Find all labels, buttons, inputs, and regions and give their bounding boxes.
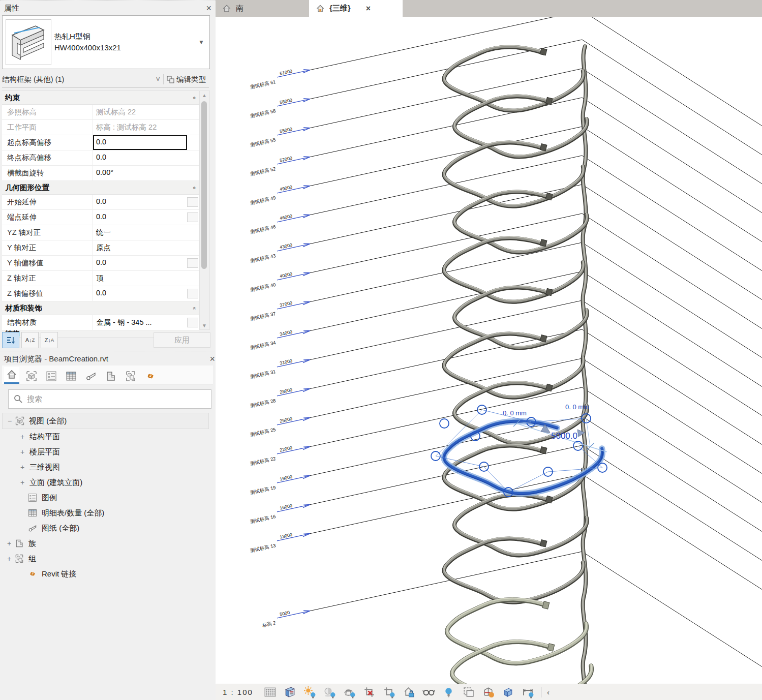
level[interactable]: 19000测试标高 19 bbox=[250, 416, 762, 532]
temporary-hide-isolate-button[interactable] bbox=[422, 686, 436, 699]
steel-beam-loops[interactable] bbox=[444, 46, 587, 602]
properties-close-icon[interactable]: × bbox=[206, 4, 211, 13]
minus-expander-icon[interactable]: − bbox=[6, 417, 14, 425]
associate-parameter-checkbox[interactable] bbox=[187, 258, 198, 268]
tree-item[interactable]: 明细表/数量 (全部) bbox=[2, 505, 209, 521]
sort-default-button[interactable] bbox=[2, 332, 19, 348]
scrollbar-thumb[interactable] bbox=[201, 101, 207, 269]
edit-type-button[interactable]: 编辑类型 bbox=[167, 75, 209, 84]
close-tab-icon[interactable]: × bbox=[366, 4, 371, 13]
crop-view-button[interactable] bbox=[363, 686, 376, 699]
associate-parameter-checkbox[interactable] bbox=[187, 289, 198, 298]
properties-scrollbar[interactable]: ▲ ▼ bbox=[199, 90, 210, 330]
property-value[interactable]: 顶 bbox=[93, 271, 187, 286]
tree-item[interactable]: +三维视图 bbox=[2, 460, 209, 475]
browser-tab-sheets[interactable] bbox=[83, 369, 99, 384]
displacement-sets-button[interactable] bbox=[502, 686, 515, 699]
tree-item[interactable]: +楼层平面 bbox=[2, 444, 209, 460]
tree-item[interactable]: Revit 链接 bbox=[2, 566, 209, 582]
level[interactable]: 5000标高 2 bbox=[261, 552, 762, 667]
filter-dropdown-icon[interactable]: ˅ bbox=[156, 75, 160, 83]
browser-tab-groups[interactable] bbox=[123, 369, 138, 384]
collapse-section-icon[interactable]: « bbox=[192, 96, 198, 99]
drawing-area[interactable]: 61000测试标高 6158000测试标高 5855000测试标高 555200… bbox=[216, 17, 762, 684]
section-header[interactable]: 材质和装饰« bbox=[2, 301, 199, 315]
property-value[interactable]: 0.00° bbox=[93, 166, 187, 180]
property-value[interactable]: 金属 - 钢 - 345 ... bbox=[93, 315, 186, 330]
reveal-hidden-button[interactable] bbox=[442, 686, 455, 699]
property-value[interactable]: 统一 bbox=[93, 225, 187, 240]
type-selector[interactable]: 热轧H型钢 HW400x400x13x21 ▼ bbox=[2, 15, 210, 69]
view-tab[interactable]: {三维}× bbox=[309, 0, 403, 17]
section-header[interactable]: 几何图形位置« bbox=[2, 181, 199, 195]
associate-parameter-checkbox[interactable] bbox=[187, 212, 198, 222]
collapse-bar-icon[interactable]: ‹ bbox=[541, 687, 555, 697]
sort-descending-button[interactable]: Z↓A bbox=[41, 332, 58, 348]
reveal-constraints-button[interactable] bbox=[522, 686, 535, 699]
sort-ascending-button[interactable]: A↓Z bbox=[21, 332, 39, 348]
browser-tab-legends[interactable] bbox=[44, 369, 59, 384]
plus-expander-icon[interactable]: + bbox=[5, 555, 13, 563]
offset-dimension-right[interactable]: 0. 0 mm bbox=[565, 403, 589, 411]
collapse-section-icon[interactable]: « bbox=[192, 307, 198, 310]
property-value[interactable]: 0.0 bbox=[93, 256, 186, 270]
tree-item[interactable]: +族 bbox=[2, 536, 209, 551]
spline-control-point[interactable] bbox=[440, 419, 449, 428]
scroll-down-icon[interactable]: ▼ bbox=[202, 323, 207, 328]
property-value[interactable]: 标高 : 测试标高 22 bbox=[93, 120, 187, 135]
property-value[interactable]: 原点 bbox=[93, 240, 187, 255]
browser-tab-views[interactable] bbox=[24, 369, 39, 384]
property-value[interactable]: 0.0 bbox=[93, 195, 186, 209]
views-icon bbox=[25, 370, 38, 382]
level[interactable]: 40000测试标高 40 bbox=[250, 214, 762, 329]
property-value[interactable]: 0.0 bbox=[93, 286, 186, 301]
level[interactable]: 55000测试标高 55 bbox=[250, 69, 762, 184]
view-tab[interactable]: 南 bbox=[216, 0, 309, 17]
tree-item[interactable]: 图例 bbox=[2, 490, 209, 505]
search-box[interactable]: 搜索 bbox=[8, 389, 211, 409]
sun-path-button[interactable] bbox=[303, 686, 317, 699]
property-value[interactable]: 0.0 bbox=[93, 135, 187, 150]
detail-level-button[interactable] bbox=[264, 686, 277, 699]
length-dimension[interactable]: 5000.0 bbox=[551, 431, 577, 441]
property-value[interactable]: 测试标高 22 bbox=[93, 105, 187, 119]
visual-style-button[interactable] bbox=[284, 686, 297, 699]
shadows-button[interactable] bbox=[323, 686, 337, 699]
section-header[interactable]: 约束« bbox=[2, 91, 199, 105]
associate-parameter-checkbox[interactable] bbox=[187, 197, 198, 207]
bottom-beam-group[interactable] bbox=[447, 598, 591, 684]
tree-item[interactable]: +组 bbox=[2, 551, 209, 566]
collapse-section-icon[interactable]: « bbox=[192, 186, 198, 189]
tree-item[interactable]: +结构平面 bbox=[2, 429, 209, 444]
plus-expander-icon[interactable]: + bbox=[18, 478, 26, 486]
level[interactable]: 16000测试标高 16 bbox=[250, 445, 762, 561]
show-crop-region-button[interactable] bbox=[383, 686, 396, 699]
scroll-up-icon[interactable]: ▲ bbox=[202, 93, 207, 98]
offset-dimension-left[interactable]: 0. 0 mm bbox=[503, 409, 527, 417]
browser-tab-home[interactable] bbox=[4, 367, 19, 384]
apply-button[interactable]: 应用 bbox=[154, 332, 210, 348]
property-value[interactable]: 0.0 bbox=[93, 210, 186, 225]
level[interactable]: 46000测试标高 46 bbox=[250, 156, 762, 271]
type-selector-dropdown-icon[interactable]: ▼ bbox=[198, 39, 209, 46]
project-browser-close-icon[interactable]: × bbox=[209, 354, 215, 363]
view-scale-button[interactable]: 1 : 100 bbox=[223, 688, 253, 696]
tree-item-label: 立面 (建筑立面) bbox=[29, 478, 82, 488]
level[interactable]: 43000测试标高 43 bbox=[250, 185, 762, 300]
temporary-view-properties-button[interactable] bbox=[462, 686, 475, 699]
property-value[interactable]: 0.0 bbox=[93, 150, 187, 165]
analytical-model-button[interactable] bbox=[482, 686, 495, 699]
tree-item[interactable]: +立面 (建筑立面) bbox=[2, 475, 209, 490]
plus-expander-icon[interactable]: + bbox=[18, 463, 26, 471]
lock-3d-view-button[interactable] bbox=[403, 686, 416, 699]
tree-item[interactable]: 图纸 (全部) bbox=[2, 521, 209, 536]
plus-expander-icon[interactable]: + bbox=[5, 539, 13, 547]
browser-tab-schedules[interactable] bbox=[64, 369, 79, 384]
render-button[interactable] bbox=[343, 686, 356, 699]
browser-tab-families[interactable] bbox=[103, 369, 118, 384]
tree-item[interactable]: −视图 (全部) bbox=[2, 413, 209, 429]
plus-expander-icon[interactable]: + bbox=[18, 433, 26, 441]
browser-tab-link[interactable] bbox=[143, 369, 158, 384]
plus-expander-icon[interactable]: + bbox=[18, 448, 26, 456]
associate-parameter-checkbox[interactable] bbox=[187, 318, 198, 327]
